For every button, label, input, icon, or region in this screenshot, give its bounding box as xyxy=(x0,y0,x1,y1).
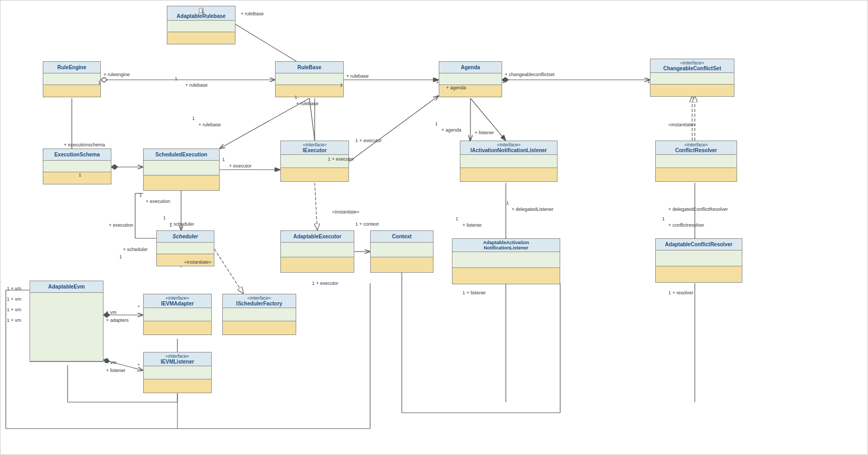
label-1-conflictresolver: 1 xyxy=(662,216,665,221)
label-agenda1: + rulebase xyxy=(346,73,369,79)
svg-line-14 xyxy=(349,96,439,162)
label-listener1: + listener xyxy=(475,130,494,135)
label-scheduler: + scheduler xyxy=(169,221,194,227)
class-ISchedulerFactory: «Interface» ISchedulerFactory xyxy=(222,294,296,335)
class-AdaptableEvm: AdaptableEvm xyxy=(30,281,103,362)
class-name-AdaptableEvm: AdaptableEvm xyxy=(48,284,84,290)
label-conflictresolver: + conflictresolver xyxy=(668,222,704,228)
stereotype-IEVMAdapter: «Interface» xyxy=(165,295,189,301)
class-Context: Context xyxy=(370,230,433,273)
label-listener2: + listener xyxy=(463,222,482,228)
label-vm-listener: + vm xyxy=(106,360,117,365)
label-1-executionschema: 1 xyxy=(79,172,81,178)
class-name-AdaptableRulebase: AdaptableRulebase xyxy=(177,13,226,19)
label-rulebase2: + rulebase xyxy=(296,101,318,106)
label-executor1: + executor xyxy=(229,163,251,169)
label-agenda-r: + agenda xyxy=(446,85,466,90)
svg-line-22 xyxy=(214,249,243,294)
label-rulebase1: + rulebase xyxy=(185,82,207,88)
label-1-ruleengine: 1 xyxy=(98,80,101,85)
diagram-container: 📋 AdaptableRulebase RuleEngine RuleBase … xyxy=(0,0,868,455)
label-1-rulebase-2: 1 xyxy=(295,95,297,100)
label-1-rulebase3: 1 xyxy=(192,116,195,121)
label-vm2: 1 + vm xyxy=(7,296,21,302)
label-executor-down: 1 + executor xyxy=(312,281,338,286)
label-1-rulebase-left: 1 xyxy=(175,76,177,81)
label-rulebase3: + rulebase xyxy=(199,122,221,127)
class-name-RuleBase: RuleBase xyxy=(297,64,322,70)
label-adapters: + adapters xyxy=(106,318,129,323)
label-vm3: 1 + vm xyxy=(7,307,21,312)
class-ExecutionSchema: ExecutionSchema xyxy=(43,148,111,184)
class-name-ExecutionSchema: ExecutionSchema xyxy=(54,152,100,157)
label-executor2: 1 + executor xyxy=(328,156,354,162)
label-1-scheduler: 1 xyxy=(163,215,166,220)
label-listener-down: 1 + listener xyxy=(463,290,486,295)
svg-line-20 xyxy=(315,183,317,230)
label-1-execution: 1 xyxy=(139,192,142,198)
label-1-delegatedlistener: 1 xyxy=(506,200,509,206)
class-name-ConflictResolver: ConflictResolver xyxy=(675,147,717,153)
label-1-agenda-down: 1 xyxy=(435,121,438,126)
label-context: 1 + context xyxy=(355,221,379,227)
label-1-executor1: 1 xyxy=(222,157,225,162)
label-scheduler2: + scheduler xyxy=(123,247,148,252)
label-delegatedconflict: + delegatedConflictResolver xyxy=(668,207,728,212)
class-ScheduledExecution: ScheduledExecution xyxy=(143,148,220,191)
stereotype-IEVMListener: «Interface» xyxy=(165,354,189,359)
class-name-IEVMListener: IEVMListener xyxy=(161,359,194,365)
svg-overlay xyxy=(1,1,868,455)
class-AdaptableActivationNotificationListener: AdaptableActivationNotificationListener xyxy=(452,238,560,284)
class-name-ChangeableConflictSet: ChangeableConflictSet xyxy=(663,66,721,71)
label-1-scheduler2: 1 xyxy=(119,254,122,259)
label-instantiate-conflict: «Instantiate» xyxy=(668,122,696,127)
class-IEVMAdapter: «Interface» IEVMAdapter xyxy=(143,294,212,335)
label-1-listener2: 1 xyxy=(456,216,458,221)
label-1-agenda1: 1 xyxy=(340,82,343,88)
label-executor3: 1 + executor xyxy=(355,138,382,143)
class-name-IExecutor: IExecutor xyxy=(303,147,327,153)
class-RuleBase: RuleBase xyxy=(275,61,344,97)
class-RuleEngine: RuleEngine xyxy=(43,61,101,97)
label-resolver-down: 1 + resolver xyxy=(668,290,693,295)
class-Agenda: Agenda xyxy=(439,61,502,97)
label-1-agenda-r1: 1 xyxy=(436,79,439,84)
stereotype-IActivationNotificationListener: «Interface» xyxy=(497,142,521,147)
class-IActivationNotificationListener: «Interface» IActivationNotificationListe… xyxy=(460,141,558,182)
label-execution2: + execution xyxy=(109,222,133,228)
label-vm4: 1 + vm xyxy=(7,318,21,323)
label-agenda-down: + agenda xyxy=(441,127,461,133)
class-AdaptableConflictResolver: AdaptableConflictResolver xyxy=(655,238,742,283)
label-1-changeconflict-r: 1 xyxy=(647,79,650,84)
class-name-ISchedulerFactory: ISchedulerFactory xyxy=(236,301,282,307)
class-name-IActivationNotificationListener: IActivationNotificationListener xyxy=(470,147,547,153)
class-name-Scheduler: Scheduler xyxy=(173,234,198,239)
label-1-top: 1 xyxy=(201,8,204,14)
label-instantiate-scheduler: «Instantiate» xyxy=(184,259,212,265)
label-instantiate-conflict2: «Instantiate» xyxy=(332,209,360,215)
class-AdaptableExecutor: AdaptableExecutor xyxy=(280,230,354,273)
label-vm-adapters: + vm xyxy=(106,310,117,315)
label-listener3: + listener xyxy=(106,368,126,373)
label-star-listener: * xyxy=(138,363,140,368)
label-changeconflict: + changeableconflictset xyxy=(505,72,554,77)
stereotype-IExecutor: «Interface» xyxy=(303,142,326,147)
class-name-RuleEngine: RuleEngine xyxy=(57,64,86,70)
label-vm1: 1 + vm xyxy=(7,286,21,291)
label-execution: + execution xyxy=(146,199,170,204)
stereotype-ISchedulerFactory: «Interface» xyxy=(247,295,271,301)
class-name-Agenda: Agenda xyxy=(461,64,480,70)
label-ruleBase: + ruleBase xyxy=(241,11,263,16)
stereotype-ConflictResolver: «Interface» xyxy=(684,142,708,147)
stereotype-ChangeableConflictSet: «Interface» xyxy=(680,60,704,66)
label-1-changeconflict: 1 xyxy=(502,79,505,84)
label-executionschema: + executionschema xyxy=(64,142,105,147)
class-name-AdaptableExecutor: AdaptableExecutor xyxy=(293,234,341,239)
label-star-adapters: * xyxy=(138,304,140,310)
class-name-AdaptableActivationNotificationListener: AdaptableActivationNotificationListener xyxy=(483,240,529,250)
class-name-ScheduledExecution: ScheduledExecution xyxy=(155,152,207,157)
class-name-Context: Context xyxy=(392,234,411,239)
class-IEVMListener: «Interface» IEVMListener xyxy=(143,352,212,393)
class-ConflictResolver: «Interface» ConflictResolver xyxy=(655,141,737,182)
class-ChangeableConflictSet: «Interface» ChangeableConflictSet xyxy=(650,59,734,97)
